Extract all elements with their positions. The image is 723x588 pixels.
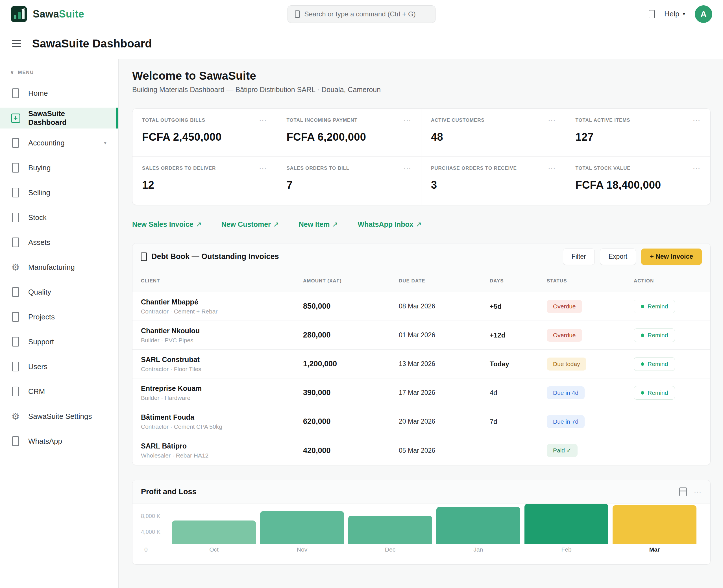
quick-link[interactable]: New Item↗	[299, 220, 338, 229]
client-cell: SARL Construbat Contractor · Floor Tiles	[141, 356, 303, 373]
brand-logo: SawaSuite	[11, 6, 84, 22]
remind-button[interactable]: Remind	[634, 357, 675, 371]
arrow-up-right-icon: ↗	[332, 220, 338, 228]
stat-label: TOTAL INCOMING PAYMENT	[286, 118, 358, 123]
quick-link[interactable]: WhatsApp Inbox↗	[358, 220, 421, 229]
sidebar-item-label: Buying	[28, 164, 51, 172]
remind-button[interactable]: Remind	[634, 300, 675, 313]
client-name: Bâtiment Fouda	[141, 413, 303, 421]
days-cell: —	[490, 446, 547, 455]
sidebar-item-label: Support	[28, 337, 54, 346]
days-cell: Today	[490, 360, 547, 368]
new-invoice-button[interactable]: + New Invoice	[641, 249, 702, 265]
card-menu-icon[interactable]: ···	[694, 489, 702, 495]
stat-card: TOTAL OUTGOING BILLS ··· FCFA 2,450,000	[132, 109, 277, 157]
sidebar-item[interactable]: Manufacturing	[0, 257, 118, 278]
avatar[interactable]: A	[695, 5, 712, 23]
stat-card: SALES ORDERS TO BILL ··· 7	[277, 157, 422, 205]
search-input[interactable]: Search or type a command (Ctrl + G)	[288, 5, 436, 23]
x-axis-labels: OctNovDecJanFebMar	[172, 546, 697, 553]
client-cell: Chantier Mbappé Contractor · Cement + Re…	[141, 298, 303, 315]
sidebar-item[interactable]: SawaSuite Settings	[0, 406, 118, 427]
sidebar-item[interactable]: Users	[0, 356, 118, 377]
arrow-up-right-icon: ↗	[273, 220, 279, 228]
card-menu-icon[interactable]: ···	[693, 117, 701, 123]
sidebar-item-label: WhatsApp	[28, 437, 62, 446]
card-menu-icon[interactable]: ···	[549, 117, 556, 123]
notifications-icon[interactable]	[649, 10, 655, 18]
sidebar-item[interactable]: WhatsApp	[0, 431, 118, 451]
sidebar-item[interactable]: Support	[0, 331, 118, 352]
due-date-cell: 17 Mar 2026	[399, 389, 490, 397]
status-cell: Due in 4d	[547, 386, 634, 399]
amount-cell: 390,000	[303, 388, 399, 397]
amount-cell: 850,000	[303, 302, 399, 311]
page-title: SawaSuite Dashboard	[32, 37, 152, 50]
card-menu-icon[interactable]: ···	[259, 165, 267, 171]
sidebar-item[interactable]: Accounting ▾	[0, 132, 118, 153]
status-cell: Due today	[547, 358, 634, 371]
help-menu[interactable]: Help ▾	[664, 9, 685, 18]
quick-link[interactable]: New Sales Invoice↗	[132, 220, 201, 229]
sidebar-item[interactable]: Projects	[0, 307, 118, 327]
green-dot-icon	[641, 334, 644, 337]
sidebar-item-icon	[11, 212, 20, 223]
arrow-up-right-icon: ↗	[196, 220, 201, 228]
stat-label: SALES ORDERS TO BILL	[286, 166, 349, 171]
chart-x-label: Nov	[260, 546, 344, 553]
sidebar-item[interactable]: CRM	[0, 381, 118, 402]
profit-loss-card: Profit and Loss ··· 8,000 K 4,000 K 0 Oc…	[132, 480, 710, 565]
client-meta: Contractor · Cement CPA 50kg	[141, 423, 303, 430]
sidebar: ∨ MENU Home SawaSuite Dashboard Accounti…	[0, 59, 119, 588]
sidebar-item[interactable]: Stock	[0, 207, 118, 228]
card-menu-icon[interactable]: ···	[693, 165, 701, 171]
card-menu-icon[interactable]: ···	[404, 165, 411, 171]
book-icon	[141, 252, 147, 261]
client-cell: Chantier Nkoulou Builder · PVC Pipes	[141, 327, 303, 344]
filter-button[interactable]: Filter	[563, 249, 595, 265]
sidebar-item-icon	[11, 188, 20, 198]
hamburger-menu-icon[interactable]	[12, 40, 21, 47]
sidebar-item-icon	[11, 386, 20, 397]
status-badge: Due today	[547, 358, 586, 371]
export-button[interactable]: Export	[600, 249, 636, 265]
table-header: CLIENT AMOUNT (XAF) DUE DATE DAYS STATUS…	[132, 270, 710, 292]
table-row: SARL Construbat Contractor · Floor Tiles…	[132, 350, 710, 378]
sidebar-item-label: Stock	[28, 213, 47, 222]
sidebar-item-icon	[11, 88, 20, 98]
stat-value: FCFA 18,400,000	[576, 179, 701, 191]
sidebar-item[interactable]: Assets	[0, 232, 118, 253]
card-menu-icon[interactable]: ···	[549, 165, 556, 171]
sidebar-item[interactable]: SawaSuite Dashboard	[0, 108, 118, 128]
sidebar-item[interactable]: Selling	[0, 182, 118, 203]
sidebar-item-label: Home	[28, 89, 48, 98]
due-date-cell: 05 Mar 2026	[399, 447, 490, 455]
x-axis-origin: 0	[144, 546, 148, 553]
sidebar-item-label: Quality	[28, 288, 51, 297]
card-menu-icon[interactable]: ···	[259, 117, 267, 123]
search-placeholder: Search or type a command (Ctrl + G)	[304, 10, 416, 18]
action-cell: Remind	[634, 329, 702, 342]
stat-value: 12	[142, 179, 267, 191]
y-axis-tick: 8,000 K	[141, 513, 161, 519]
card-menu-icon[interactable]: ···	[404, 117, 411, 123]
sidebar-item[interactable]: Quality	[0, 281, 118, 302]
quick-link[interactable]: New Customer↗	[221, 220, 279, 229]
debt-book-title: Debt Book — Outstanding Invoices	[141, 252, 279, 261]
sidebar-item-icon	[11, 436, 20, 446]
sidebar-item[interactable]: Buying	[0, 157, 118, 178]
remind-button[interactable]: Remind	[634, 329, 675, 342]
client-name: Chantier Nkoulou	[141, 327, 303, 335]
days-cell: 4d	[490, 389, 547, 397]
stat-label: ACTIVE CUSTOMERS	[431, 118, 485, 123]
stat-label: TOTAL STOCK VALUE	[576, 166, 631, 171]
client-name: SARL Construbat	[141, 356, 303, 364]
sidebar-item[interactable]: Home	[0, 83, 118, 104]
panel-toggle-icon[interactable]	[679, 487, 687, 496]
due-date-cell: 01 Mar 2026	[399, 331, 490, 339]
stat-value: 7	[286, 179, 412, 191]
remind-button[interactable]: Remind	[634, 386, 675, 400]
stat-label: TOTAL ACTIVE ITEMS	[576, 118, 630, 123]
chart-bars	[172, 504, 697, 544]
client-name: SARL Bâtipro	[141, 442, 303, 450]
